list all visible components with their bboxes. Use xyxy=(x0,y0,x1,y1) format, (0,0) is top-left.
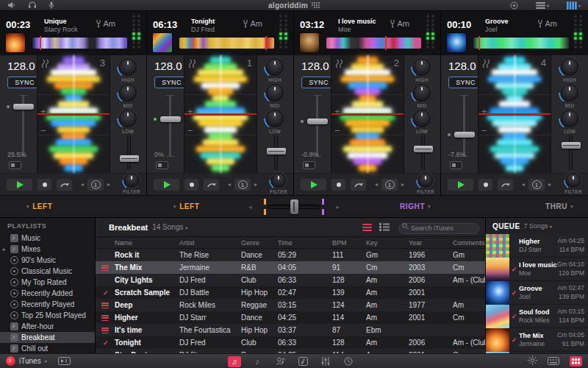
crossfader-right-arrow[interactable]: ▸ xyxy=(336,203,340,210)
vertical-waveform[interactable]: 3 + − xyxy=(37,55,110,173)
pitch-handle[interactable]: ♪ xyxy=(13,104,34,110)
sidebar-item[interactable]: ▸ Music xyxy=(0,233,95,244)
crossfader-assign-select[interactable]: ▾ LEFT ▾ xyxy=(26,202,53,210)
sidebar-item[interactable]: ▸ Chill out xyxy=(0,343,95,354)
pitch-slider[interactable]: ♪ xyxy=(22,95,24,157)
column-time[interactable]: Time xyxy=(276,239,331,247)
queue-item[interactable]: ✓ Soul food Rock Miles Am 03:15 124 BPM xyxy=(486,305,588,328)
filter-knob[interactable] xyxy=(418,173,433,188)
high-eq-knob[interactable] xyxy=(561,58,578,76)
volume-fader[interactable] xyxy=(127,135,131,170)
mid-eq-knob[interactable] xyxy=(266,84,284,102)
crossfader-assign-select[interactable]: ▾ RIGHT ▾ xyxy=(400,202,431,210)
mid-eq-knob[interactable] xyxy=(119,84,137,102)
cue-jump-button[interactable] xyxy=(497,178,514,191)
low-eq-knob[interactable] xyxy=(119,110,137,127)
sidebar-item[interactable]: ▸ Mixes xyxy=(0,244,95,255)
overview-waveform[interactable] xyxy=(473,38,569,49)
cue-jump-button[interactable] xyxy=(203,178,220,191)
vertical-waveform[interactable]: 2 + − xyxy=(331,55,404,173)
album-art[interactable] xyxy=(447,33,466,52)
view-mode-icon[interactable]: ▾ xyxy=(536,2,549,9)
zoom-in-button[interactable]: + xyxy=(40,107,46,116)
pitch-handle[interactable]: ♪ xyxy=(160,116,181,122)
table-row[interactable]: Scratch Sample DJ Battle Hip Hop 02:47 1… xyxy=(96,286,485,299)
source-selector[interactable]: iTunes xyxy=(19,357,41,365)
play-button[interactable] xyxy=(153,178,180,191)
bpm-display[interactable]: 128.0 xyxy=(154,60,182,72)
high-eq-knob[interactable] xyxy=(266,58,284,76)
list-view-icon[interactable] xyxy=(362,224,372,231)
grid-layout-icon[interactable] xyxy=(570,356,582,367)
overview-waveform-wrap[interactable] xyxy=(473,33,569,52)
sidebar-item[interactable]: ▸ Classical Music xyxy=(0,266,95,277)
bpm-display[interactable]: 128.0 xyxy=(301,60,329,72)
vertical-waveform[interactable]: 4 + − xyxy=(478,55,551,173)
keylock-toggle[interactable] xyxy=(9,161,21,169)
queue-item[interactable]: ✓ I love music Moe Gm 04:10 129 BPM xyxy=(486,258,588,281)
overview-waveform[interactable] xyxy=(32,38,127,49)
overview-waveform-wrap[interactable] xyxy=(326,33,421,52)
tab-songs[interactable]: ♪ xyxy=(251,356,264,367)
queue-item[interactable]: ✓ Groove Joel Am 02:47 139 BPM xyxy=(486,281,588,305)
search-input[interactable] xyxy=(398,223,479,234)
deck-track-info[interactable]: I love music Moe xyxy=(338,18,376,35)
table-row[interactable]: It's time The Fourtastica Hip Hop 03:37 … xyxy=(96,324,485,336)
filter-knob[interactable] xyxy=(271,173,286,188)
volume-fader-handle[interactable] xyxy=(120,155,139,162)
low-eq-knob[interactable] xyxy=(561,110,578,127)
column-year[interactable]: Year xyxy=(407,239,451,247)
album-art[interactable] xyxy=(300,33,319,52)
table-row[interactable]: Higher DJ Starr Dance 04:25 114 Am 2001 … xyxy=(96,311,485,324)
sidebar-item[interactable]: ▸ Breakbeat xyxy=(0,332,95,343)
column-comments[interactable]: Comments xyxy=(451,239,485,247)
low-eq-knob[interactable] xyxy=(266,110,284,127)
volume-fader[interactable] xyxy=(274,135,278,170)
keylock-toggle[interactable] xyxy=(156,161,168,169)
mic-icon[interactable] xyxy=(49,1,54,10)
loop-halve-button[interactable]: ◂ xyxy=(228,181,231,188)
overview-waveform[interactable] xyxy=(179,38,274,49)
lighting-icon[interactable] xyxy=(528,355,537,368)
tab-artists[interactable] xyxy=(273,356,287,367)
zoom-out-button[interactable]: − xyxy=(334,126,340,135)
sidebar-item[interactable]: ▸ Recently Played xyxy=(0,299,95,310)
tab-genres[interactable] xyxy=(319,356,332,367)
pitch-handle[interactable]: ♪ xyxy=(454,132,475,138)
tab-albums[interactable] xyxy=(296,356,309,367)
disclosure-icon[interactable]: ▸ xyxy=(3,247,7,252)
filter-knob[interactable] xyxy=(124,173,139,188)
play-button[interactable] xyxy=(6,178,33,191)
column-key[interactable]: Key xyxy=(365,239,407,247)
grid-view-icon[interactable] xyxy=(379,223,390,231)
play-button[interactable] xyxy=(300,178,327,191)
sidebar-item[interactable]: ▸ After-hour xyxy=(0,321,95,332)
cue-jump-button[interactable] xyxy=(350,178,367,191)
album-art[interactable] xyxy=(6,33,25,52)
queue-count[interactable]: 7 Songs ▾ xyxy=(524,222,553,230)
column-name[interactable]: Name xyxy=(113,239,178,247)
low-eq-knob[interactable] xyxy=(413,110,431,127)
crossfader-assign-select[interactable]: ▾ LEFT ▾ xyxy=(173,202,200,210)
crossfader[interactable]: ◂ ▸ xyxy=(259,198,329,216)
overview-waveform-wrap[interactable] xyxy=(32,33,127,52)
itunes-icon[interactable] xyxy=(6,356,15,366)
zoom-out-button[interactable]: − xyxy=(40,126,46,135)
filter-knob[interactable] xyxy=(566,173,581,188)
table-row[interactable]: City Lights DJ Fred Club 06:33 128 Am 20… xyxy=(96,274,485,286)
loop-button[interactable]: 1 xyxy=(381,178,398,191)
deck-track-info[interactable]: Unique Stacy Rock xyxy=(44,18,78,35)
queue-item[interactable]: ✓ The Mix Jermaine Cm 04:05 91 BPM xyxy=(486,328,588,352)
zoom-in-button[interactable]: + xyxy=(187,107,193,116)
loop-halve-button[interactable]: ◂ xyxy=(522,181,525,188)
loop-halve-button[interactable]: ◂ xyxy=(375,181,378,188)
cue-set-button[interactable] xyxy=(331,178,346,191)
sidebar-item[interactable]: ▸ My Top Rated xyxy=(0,277,95,288)
pitch-handle[interactable]: ♪ xyxy=(307,118,328,124)
table-row[interactable]: Deep Rock Miles Reggae 03:15 124 Am 1977… xyxy=(96,299,485,311)
cue-set-button[interactable] xyxy=(478,178,493,191)
midi-controller-icon[interactable] xyxy=(548,355,559,368)
pitch-slider[interactable]: ♪ xyxy=(169,95,171,157)
volume-fader-handle[interactable] xyxy=(562,142,581,149)
speaker-icon[interactable] xyxy=(7,1,16,9)
